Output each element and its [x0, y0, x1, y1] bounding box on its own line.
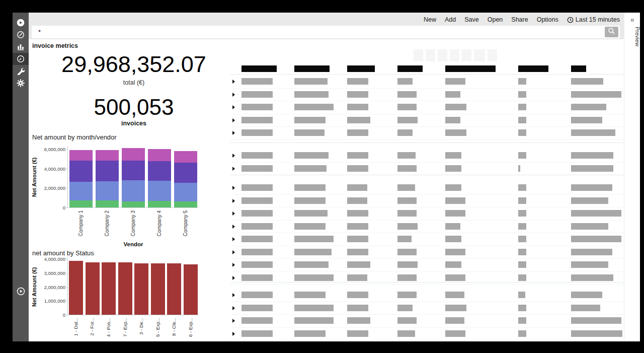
row-expand-arrow-icon[interactable] [232, 225, 235, 229]
chart1-bar-segment-blue[interactable] [148, 181, 171, 201]
chart1-bar-segment-green[interactable] [122, 201, 145, 207]
table-row[interactable] [230, 162, 624, 175]
search-input[interactable] [32, 26, 620, 38]
sidebar-item-gear[interactable] [13, 77, 29, 89]
pagination-cell[interactable] [426, 49, 435, 61]
chart1-bar-segment-green[interactable] [174, 201, 197, 207]
chart2-bar[interactable] [118, 262, 132, 315]
chart1-bar-segment-blue[interactable] [69, 182, 93, 200]
row-expand-arrow-icon[interactable] [232, 80, 235, 84]
sidebar-item-compass[interactable] [13, 29, 29, 41]
chart1-bar-segment-magenta[interactable] [174, 151, 197, 163]
row-expand-arrow-icon[interactable] [232, 199, 235, 203]
pagination-cell[interactable] [462, 49, 471, 61]
time-range-picker[interactable]: Last 15 minutes [567, 16, 620, 23]
row-expand-arrow-icon[interactable] [232, 332, 235, 336]
row-expand-arrow-icon[interactable] [232, 154, 235, 158]
menu-item-open[interactable]: Open [488, 16, 503, 23]
chart1-bar-segment-purple[interactable] [96, 161, 119, 181]
sidebar-item-gauge[interactable] [13, 53, 29, 65]
row-expand-arrow-icon[interactable] [232, 306, 235, 310]
chart1-bar-segment-purple[interactable] [174, 163, 197, 183]
chart1-bar-segment-green[interactable] [148, 201, 171, 207]
row-expand-arrow-icon[interactable] [232, 319, 235, 323]
row-expand-arrow-icon[interactable] [232, 293, 235, 297]
menu-item-add[interactable]: Add [445, 16, 456, 23]
row-expand-arrow-icon[interactable] [232, 263, 235, 267]
table-row[interactable] [230, 233, 624, 246]
chart1-bar-segment-blue[interactable] [96, 181, 119, 200]
pagination-cell[interactable] [474, 49, 485, 61]
chart2-bar[interactable] [134, 263, 148, 315]
chart1-bar-segment-magenta[interactable] [148, 149, 171, 161]
table-row[interactable] [230, 114, 624, 127]
chart1-bar-segment-magenta[interactable] [122, 148, 145, 161]
table-row[interactable] [230, 327, 624, 340]
pagination-cell[interactable] [450, 49, 459, 61]
row-expand-arrow-icon[interactable] [232, 237, 235, 241]
table-row[interactable] [230, 126, 624, 139]
chart2-bar[interactable] [167, 263, 181, 315]
table-cell-redacted [445, 78, 465, 85]
table-row[interactable] [230, 149, 624, 162]
table-row[interactable] [230, 101, 624, 114]
chart1-bar-segment-blue[interactable] [174, 183, 197, 201]
table-row[interactable] [230, 75, 624, 88]
menu-item-options[interactable]: Options [537, 16, 558, 23]
table-row[interactable] [230, 194, 624, 207]
chart1-bar-segment-purple[interactable] [122, 161, 145, 180]
table-row[interactable] [230, 314, 624, 327]
row-expand-arrow-icon[interactable] [232, 186, 235, 190]
table-row[interactable] [230, 220, 624, 233]
sidebar-item-wrench[interactable] [13, 65, 29, 77]
row-expand-arrow-icon[interactable] [232, 118, 235, 122]
table-cell-redacted [518, 305, 526, 311]
sidebar-item-bar-chart[interactable] [13, 41, 29, 53]
table-cell-redacted [347, 184, 367, 191]
table-row[interactable] [230, 289, 624, 302]
chart1-bar-segment-magenta[interactable] [69, 150, 93, 161]
row-expand-arrow-icon[interactable] [232, 131, 235, 135]
menu-item-new[interactable]: New [424, 16, 436, 23]
table-row[interactable] [230, 88, 624, 101]
row-expand-arrow-icon[interactable] [232, 276, 235, 280]
chart1-bar-segment-green[interactable] [96, 200, 119, 207]
chart1-bar-segment-green[interactable] [69, 200, 93, 207]
pagination-cell[interactable] [488, 49, 497, 61]
column-header-redacted[interactable] [445, 65, 496, 72]
chart1-bar-segment-purple[interactable] [148, 161, 171, 181]
row-expand-arrow-icon[interactable] [232, 250, 235, 254]
chart1-bar-segment-blue[interactable] [122, 180, 145, 201]
table-row[interactable] [230, 207, 624, 220]
pagination-cell[interactable] [414, 49, 423, 61]
chart2-bar[interactable] [86, 262, 100, 315]
search-button[interactable] [605, 27, 618, 37]
row-expand-arrow-icon[interactable] [232, 211, 235, 216]
chart2-bar[interactable] [151, 263, 165, 315]
table-row[interactable] [230, 302, 624, 315]
column-header-redacted[interactable] [242, 65, 277, 72]
row-expand-arrow-icon[interactable] [232, 167, 235, 171]
table-row[interactable] [230, 258, 624, 271]
row-expand-arrow-icon[interactable] [232, 93, 235, 97]
chart1-bar-segment-purple[interactable] [69, 161, 93, 182]
sidebar-footer-item[interactable] [13, 286, 29, 298]
menu-item-save[interactable]: Save [464, 16, 479, 23]
column-header-redacted[interactable] [347, 65, 375, 72]
chart1-bar-segment-magenta[interactable] [96, 150, 119, 161]
sidebar-item-play-circle[interactable] [13, 17, 29, 29]
column-header-redacted[interactable] [518, 65, 548, 72]
table-cell-redacted [571, 249, 612, 255]
table-row[interactable] [230, 246, 624, 259]
chart2-bar[interactable] [69, 261, 83, 315]
table-row[interactable] [230, 181, 624, 194]
menu-item-share[interactable]: Share [511, 16, 528, 23]
chart2-bar[interactable] [102, 262, 116, 315]
collapse-panel-icon[interactable]: « [624, 16, 640, 24]
chart2-bar[interactable] [184, 264, 198, 315]
column-header-redacted[interactable] [294, 65, 330, 72]
row-expand-arrow-icon[interactable] [232, 105, 235, 109]
column-header-redacted[interactable] [397, 65, 423, 72]
pagination-cell[interactable] [438, 49, 447, 61]
column-header-redacted[interactable] [571, 65, 586, 72]
